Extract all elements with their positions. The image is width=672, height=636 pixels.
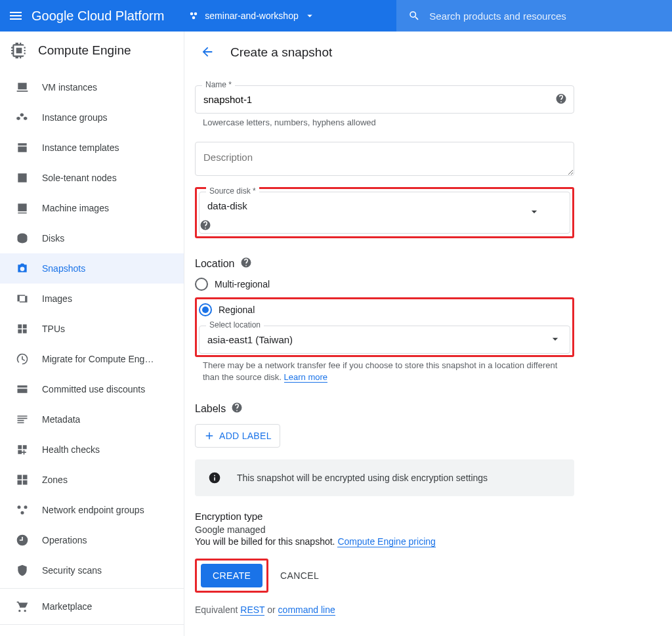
snapshot-icon	[16, 262, 29, 275]
sidebar-item-health[interactable]: Health checks	[0, 435, 184, 465]
project-name: seminar-and-workshop	[205, 11, 298, 21]
radio-multi-regional[interactable]: Multi-regional	[195, 278, 574, 291]
discount-icon	[16, 383, 29, 396]
help-icon	[200, 219, 211, 231]
sidebar-item-vm[interactable]: VM instances	[0, 72, 184, 102]
sidebar-item-label: Machine images	[42, 203, 109, 213]
command-line-link[interactable]: command line	[278, 604, 335, 616]
highlight-regional: Regional Select location asia-east1 (Tai…	[195, 297, 574, 357]
sidebar-item-label: Images	[42, 293, 72, 304]
sidebar-item-label: Disks	[42, 233, 64, 244]
sidebar-item-label: Network endpoint groups	[42, 505, 144, 515]
ops-icon	[16, 534, 29, 547]
name-help[interactable]	[555, 93, 567, 106]
add-label-button[interactable]: ADD LABEL	[195, 424, 280, 448]
sidebar-item-label: Snapshots	[42, 263, 85, 274]
encryption-type-value: Google managed	[195, 524, 574, 535]
sidebar-item-label: TPUs	[42, 324, 65, 334]
sidebar-item-label: Zones	[42, 475, 68, 485]
search-icon	[408, 9, 420, 22]
project-picker[interactable]: seminar-and-workshop	[180, 10, 323, 22]
sidebar-item-migrate[interactable]: Migrate for Compute Eng…	[0, 344, 184, 374]
vm-icon	[16, 81, 29, 94]
sidebar-item-disk[interactable]: Disks	[0, 223, 184, 253]
add-label-text: ADD LABEL	[219, 431, 272, 441]
sidebar-item-ops[interactable]: Operations	[0, 525, 184, 555]
location-title: Location	[195, 257, 574, 271]
sidebar-item-label: Sole-tenant nodes	[42, 173, 117, 183]
marketplace-icon	[16, 600, 29, 613]
sidebar-item-tenant[interactable]: Sole-tenant nodes	[0, 163, 184, 193]
health-icon	[16, 443, 29, 456]
sidebar-item-label: Committed use discounts	[42, 384, 145, 394]
location-select-label: Select location	[206, 320, 264, 329]
tenant-icon	[16, 171, 29, 184]
help-icon	[240, 257, 252, 268]
source-disk-select[interactable]: Source disk * data-disk	[199, 192, 570, 234]
sidebar-item-discount[interactable]: Committed use discounts	[0, 374, 184, 404]
radio-regional[interactable]: Regional	[199, 303, 570, 316]
sidebar-header: Compute Engine	[0, 32, 184, 72]
name-label: Name *	[202, 80, 235, 89]
page-header: Create a snapshot	[184, 32, 672, 74]
highlight-create: CREATE	[195, 559, 268, 593]
location-select-value: asia-east1 (Taiwan)	[200, 326, 570, 353]
sidebar-marketplace[interactable]: Marketplace	[0, 591, 184, 622]
sidebar-item-tpu[interactable]: TPUs	[0, 314, 184, 344]
svg-point-3	[18, 505, 21, 509]
encryption-type-title: Encryption type	[195, 511, 574, 522]
main-content: Create a snapshot Name * Lowercase lette…	[184, 32, 672, 636]
radio-icon	[195, 278, 208, 291]
sidebar-item-images[interactable]: Images	[0, 284, 184, 314]
labels-help[interactable]	[231, 402, 243, 416]
sidebar-item-neg[interactable]: Network endpoint groups	[0, 495, 184, 525]
sidebar-item-mimage[interactable]: Machine images	[0, 193, 184, 223]
sidebar: Compute Engine VM instancesInstance grou…	[0, 32, 184, 636]
sidebar-item-template[interactable]: Instance templates	[0, 133, 184, 163]
sidebar-item-label: Instance groups	[42, 112, 108, 123]
source-disk-help[interactable]	[200, 223, 211, 233]
sidebar-item-label: Migrate for Compute Eng…	[42, 354, 154, 364]
create-button[interactable]: CREATE	[201, 564, 262, 587]
svg-point-1	[194, 12, 198, 16]
sidebar-nav[interactable]: VM instancesInstance groupsInstance temp…	[0, 72, 184, 585]
encryption-info: This snapshot will be encrypted using di…	[195, 459, 574, 496]
sidebar-item-snapshot[interactable]: Snapshots	[0, 253, 184, 284]
tpu-icon	[16, 322, 29, 335]
svg-point-2	[192, 16, 196, 20]
compute-engine-icon	[10, 42, 28, 59]
sidebar-item-label: Health checks	[42, 444, 100, 455]
sidebar-item-label: VM instances	[42, 82, 97, 93]
images-icon	[16, 292, 29, 305]
search-input[interactable]	[429, 11, 660, 22]
sidebar-item-label: Metadata	[42, 414, 80, 425]
learn-more-link[interactable]: Learn more	[284, 372, 327, 383]
caret-down-icon	[549, 332, 562, 347]
sidebar-item-zones[interactable]: Zones	[0, 465, 184, 495]
rest-link[interactable]: REST	[240, 604, 264, 616]
sidebar-item-label: Security scans	[42, 565, 102, 576]
template-icon	[16, 141, 29, 154]
description-input[interactable]	[195, 142, 574, 176]
cancel-button[interactable]: CANCEL	[280, 570, 319, 581]
location-help[interactable]	[240, 257, 252, 271]
billing-note: You will be billed for this snapshot. Co…	[195, 536, 574, 547]
menu-button[interactable]	[0, 8, 32, 24]
collapse-sidebar-button[interactable]	[0, 627, 184, 636]
pricing-link[interactable]: Compute Engine pricing	[337, 536, 435, 547]
sidebar-item-label: Instance templates	[42, 142, 119, 153]
search-bar[interactable]	[396, 0, 672, 32]
caret-down-icon	[528, 205, 541, 221]
sidebar-item-security[interactable]: Security scans	[0, 555, 184, 585]
name-input[interactable]	[196, 86, 574, 113]
sidebar-item-metadata[interactable]: Metadata	[0, 404, 184, 435]
sidebar-item-group[interactable]: Instance groups	[0, 102, 184, 133]
info-icon	[208, 471, 221, 484]
back-button[interactable]	[195, 39, 220, 66]
encryption-info-text: This snapshot will be encrypted using di…	[237, 473, 488, 483]
radio-checked-icon	[199, 303, 212, 316]
location-select[interactable]: Select location asia-east1 (Taiwan)	[199, 326, 570, 354]
hamburger-icon	[8, 8, 24, 24]
name-field: Name *	[195, 85, 574, 114]
source-disk-value: data-disk	[200, 192, 570, 219]
